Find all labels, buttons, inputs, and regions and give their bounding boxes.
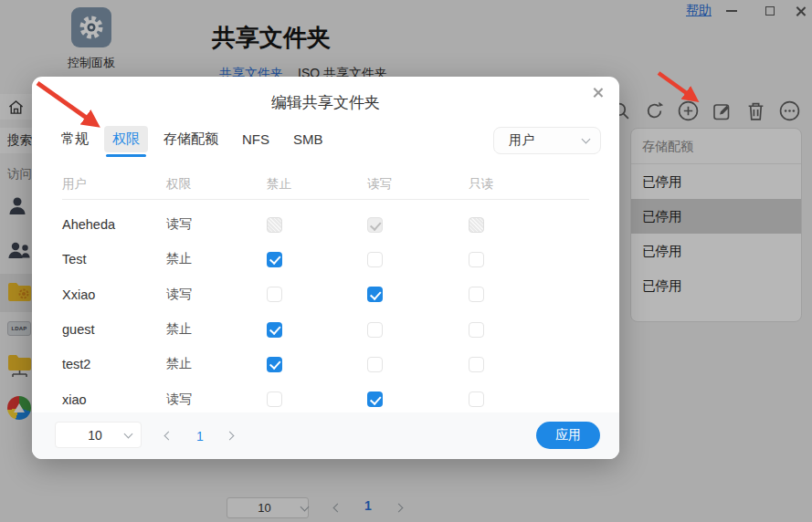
permissions-table: 用户 权限 禁止 读写 只读 Aheheda 读写 Test 禁止 <box>32 172 619 417</box>
chevron-down-icon <box>582 135 591 144</box>
page-size-select[interactable]: 10 <box>55 422 142 448</box>
tab-nfs[interactable]: NFS <box>234 127 278 151</box>
read-write-checkbox[interactable] <box>367 392 383 407</box>
chevron-down-icon <box>124 429 133 438</box>
user-name: Test <box>62 252 166 266</box>
dialog-title: 编辑共享文件夹 <box>32 92 619 113</box>
prev-page-button[interactable] <box>165 412 172 459</box>
edit-shared-folder-dialog: 编辑共享文件夹 常规 权限 存储配额 NFS SMB 用户 用户 权限 禁止 读… <box>32 77 619 459</box>
current-page[interactable]: 1 <box>196 412 204 459</box>
read-only-checkbox[interactable] <box>469 217 484 233</box>
user-name: test2 <box>62 357 166 371</box>
permissions-table-header: 用户 权限 禁止 读写 只读 <box>32 172 619 195</box>
deny-checkbox[interactable] <box>267 287 282 302</box>
col-permission: 权限 <box>166 176 267 193</box>
deny-checkbox[interactable] <box>267 357 282 372</box>
user-name: Aheheda <box>62 217 166 232</box>
user-name: Xxiao <box>62 287 166 302</box>
tab-storage-quota[interactable]: 存储配额 <box>155 126 227 152</box>
page-size-value: 10 <box>65 428 125 443</box>
user-type-value: 用户 <box>509 132 583 149</box>
col-user: 用户 <box>62 176 166 193</box>
permission-value: 读写 <box>166 287 267 303</box>
permission-value: 禁止 <box>166 356 267 372</box>
tab-general[interactable]: 常规 <box>53 126 97 152</box>
tab-permissions[interactable]: 权限 <box>104 126 148 152</box>
read-only-checkbox[interactable] <box>469 357 484 372</box>
read-write-checkbox[interactable] <box>367 322 383 338</box>
read-only-checkbox[interactable] <box>469 287 484 302</box>
permission-value: 禁止 <box>166 251 267 267</box>
chevron-right-icon <box>226 432 235 441</box>
read-write-checkbox[interactable] <box>367 252 383 267</box>
deny-checkbox[interactable] <box>267 252 282 267</box>
permission-row: Xxiao 读写 <box>32 277 619 312</box>
permission-value: 读写 <box>166 392 267 408</box>
dialog-tabs: 常规 权限 存储配额 NFS SMB <box>53 126 339 152</box>
col-read-write: 读写 <box>367 176 469 193</box>
permission-value: 读写 <box>166 216 267 233</box>
col-read-only: 只读 <box>469 176 619 193</box>
permission-value: 禁止 <box>166 321 267 338</box>
chevron-left-icon <box>164 432 174 441</box>
read-write-checkbox[interactable] <box>367 287 383 302</box>
permission-row: Test 禁止 <box>32 242 619 277</box>
read-only-checkbox[interactable] <box>469 322 484 338</box>
permission-row: test2 禁止 <box>32 347 619 381</box>
read-only-checkbox[interactable] <box>469 252 484 267</box>
dialog-footer: 10 1 应用 <box>32 412 619 459</box>
next-page-button[interactable] <box>227 412 233 459</box>
user-name: xiao <box>62 392 166 407</box>
header-divider <box>62 199 589 200</box>
deny-checkbox[interactable] <box>267 392 282 407</box>
deny-checkbox[interactable] <box>267 322 282 338</box>
read-only-checkbox[interactable] <box>469 392 484 407</box>
permission-row: Aheheda 读写 <box>32 207 619 242</box>
deny-checkbox[interactable] <box>267 217 282 233</box>
col-deny: 禁止 <box>267 176 367 193</box>
tab-smb[interactable]: SMB <box>285 127 332 151</box>
apply-button[interactable]: 应用 <box>536 422 600 449</box>
user-type-dropdown[interactable]: 用户 <box>493 127 601 154</box>
permission-row: guest 禁止 <box>32 312 619 347</box>
read-write-checkbox[interactable] <box>367 357 383 372</box>
read-write-checkbox[interactable] <box>367 217 383 233</box>
user-name: guest <box>62 322 166 337</box>
